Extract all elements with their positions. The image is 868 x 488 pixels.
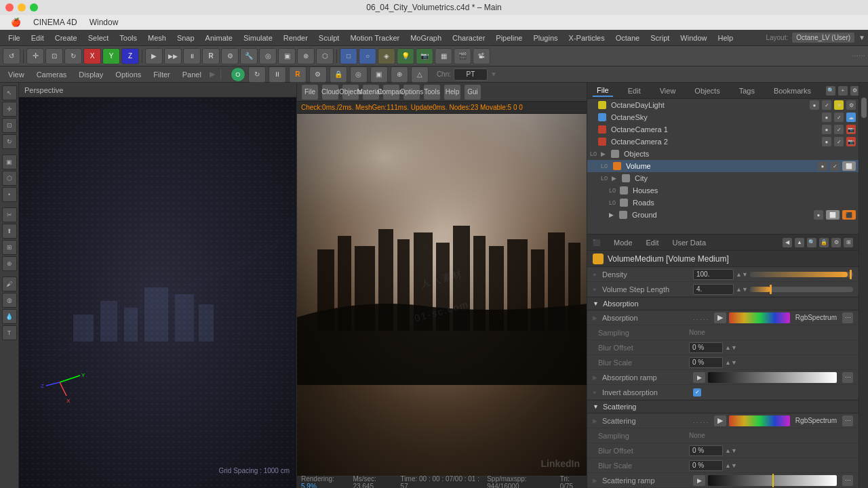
tool-knife[interactable]: ✂ [2,207,17,222]
mode-lock[interactable]: 🔒 [819,238,829,247]
prop-density-arrow[interactable]: ▲▼ [736,269,747,280]
tree-item-octanesky[interactable]: OctaneSky ● ✓ ☁ [587,111,859,123]
tree-gear-ground3[interactable]: ⬛ [842,210,856,220]
render-tri[interactable]: △ [411,66,429,83]
viewport-canvas[interactable]: Y X Z Grid Spacing : 1000 cm [19,98,296,488]
menu-motiontrackt[interactable]: Motion Tracker [344,33,405,43]
tab-tags[interactable]: Tags [735,85,759,96]
tab-view[interactable]: View [656,85,680,96]
tree-item-volume[interactable]: L0 Volume ● ✓ ⬜ [587,160,859,172]
minimize-button[interactable] [18,3,26,12]
close-button[interactable] [5,3,14,12]
tool-eyedrop[interactable]: 💧 [2,309,17,324]
tree-render-cam1[interactable]: ✓ [834,125,844,134]
tree-render-cam2[interactable]: ✓ [834,137,844,146]
menu-tools[interactable]: Tools [114,33,142,43]
tree-gear-sky[interactable]: ☁ [846,113,856,122]
toolbar-point[interactable]: ⊕ [297,48,315,64]
tree-render-vol[interactable]: ✓ [830,161,840,171]
mode-search[interactable]: 🔍 [807,238,816,247]
absorption-menu[interactable]: ⋯ [842,312,853,323]
menu-edit[interactable]: Edit [26,33,50,43]
toolbar-rotate[interactable]: ↻ [64,48,82,64]
tree-extra-1[interactable]: ⚙ [846,100,856,110]
menu-select[interactable]: Select [83,33,115,43]
render-sph[interactable]: ◎ [350,66,368,83]
toolbar-grid[interactable]: ▦ [435,48,452,64]
tool-paint[interactable]: 🖌 [2,277,17,291]
menu-window-2[interactable]: Window [675,33,712,43]
prop-density-value[interactable]: 100. [693,269,734,280]
view-btn-options[interactable]: Options [110,69,146,80]
octane-icon[interactable]: O [231,67,245,82]
tree-item-city[interactable]: L0 ▶ City [587,172,859,184]
toolbar-undo[interactable]: ↺ [3,48,20,64]
view-btn-filter[interactable]: Filter [148,69,175,80]
view-btn-cameras[interactable]: Cameras [31,69,73,80]
toolbar-render3[interactable]: 🎬 [454,48,471,64]
menu-simulate[interactable]: Simulate [238,33,278,43]
absorption-ramp-expand[interactable]: ▶ [693,372,705,383]
scrollbar-thumb[interactable] [861,98,867,118]
menu-plugins[interactable]: Plugins [528,33,563,43]
tab-objects[interactable]: Objects [690,85,724,96]
tree-item-octanecam1[interactable]: OctaneCamera 1 ● ✓ 📷 [587,123,859,136]
render-tools[interactable]: Tools [423,84,441,100]
tree-item-objects[interactable]: L0 ▶ Objects [587,148,859,160]
scattering-rgbspectrum[interactable] [729,415,790,426]
toolbar-rect[interactable]: ▣ [278,48,296,64]
render-s-btn[interactable]: ⚙ [309,66,327,83]
tool-fill[interactable]: ◍ [2,293,17,308]
prop-blur-offset-value[interactable]: 0 % [689,342,723,353]
mode-up[interactable]: ▲ [795,238,804,247]
toolbar-circle[interactable]: ◎ [259,48,277,64]
menu-window[interactable]: Window [84,16,124,28]
right-scrollbar[interactable] [859,83,868,488]
chn-selector[interactable]: PT [454,68,488,81]
mode-tab-edit[interactable]: Edit [644,237,662,248]
mode-add[interactable]: ⊞ [844,238,853,247]
view-btn-view[interactable]: View [3,69,30,80]
menu-sculpt[interactable]: Sculpt [313,33,345,43]
absorption-ramp-preview[interactable] [708,372,837,383]
octane-stop[interactable]: ⏸ [269,66,286,83]
tree-gear-1[interactable]: ☀ [834,100,844,110]
toolbar-light[interactable]: 💡 [397,48,414,64]
prop-step-slider[interactable] [750,287,853,292]
tool-rotate[interactable]: ↻ [2,134,17,149]
layout-selector[interactable]: Octane_LV (User) [792,33,854,43]
render-help[interactable]: Help [443,84,461,100]
prop-scat-blur-offset-value[interactable]: 0 % [689,445,723,456]
tree-vis-cam1[interactable]: ● [822,125,831,134]
menu-create[interactable]: Create [50,33,83,43]
tool-arrow[interactable]: ↖ [2,85,17,100]
section-absorption[interactable]: ▼ Absorption [587,297,859,310]
scat-ramp-preview[interactable] [708,475,837,486]
mode-back[interactable]: ◀ [783,238,792,247]
menu-animate[interactable]: Animate [200,33,238,43]
toolbar-z[interactable]: Z [121,48,139,64]
toolbar-t[interactable]: 🔧 [240,48,258,64]
viewport-panel[interactable]: Perspective [19,83,297,488]
menu-mesh[interactable]: Mesh [142,33,172,43]
blur-scale-arrow[interactable]: ▲▼ [726,357,736,368]
tree-item-octanedaylight[interactable]: OctaneDayLight ● ✓ ☀ ⚙ [587,99,859,111]
tree-item-houses[interactable]: L0 Houses [587,184,859,197]
scat-ramp-menu[interactable]: ⋯ [842,475,853,486]
tab-edit[interactable]: Edit [624,85,645,96]
toolbar-y[interactable]: Y [102,48,120,64]
mode-gear[interactable]: ⚙ [831,238,841,247]
toolbar-r[interactable]: R [202,48,220,64]
toolbar-render4[interactable]: 📽 [473,48,490,64]
mode-tab-userdata[interactable]: User Data [670,237,709,248]
render-options[interactable]: Options [403,84,420,100]
toolbar-lasso[interactable]: ⬡ [316,48,334,64]
prop-invert-checkbox[interactable]: ✓ [693,388,701,396]
mode-tab-mode[interactable]: Mode [611,237,635,248]
scat-blur-scale-arrow[interactable]: ▲▼ [726,460,736,471]
toolbar-move[interactable]: ✛ [26,48,44,64]
render-compare[interactable]: Compare [382,84,400,100]
tree-vis-cam2[interactable]: ● [822,137,831,146]
tree-vis-sky[interactable]: ● [822,113,831,122]
tree-render-sky[interactable]: ✓ [834,113,844,122]
